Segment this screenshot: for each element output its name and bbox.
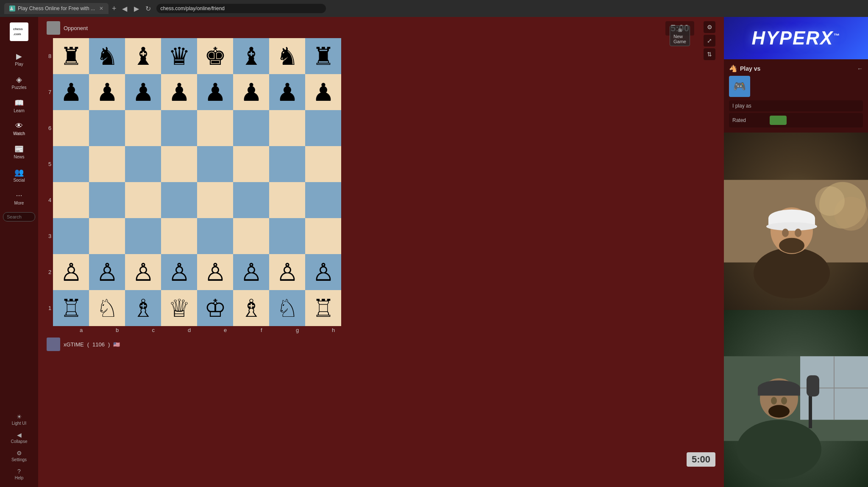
cell-0-5[interactable]: ♝ — [233, 38, 269, 74]
new-tab-button[interactable]: + — [112, 4, 117, 13]
collapse-button[interactable]: ◀ Collapse — [2, 429, 36, 446]
cell-4-7[interactable] — [305, 182, 341, 218]
cell-6-7[interactable]: ♙ — [305, 254, 341, 290]
cell-6-2[interactable]: ♙ — [125, 254, 161, 290]
cell-5-0[interactable] — [53, 218, 89, 254]
cell-5-1[interactable] — [89, 218, 125, 254]
cell-0-1[interactable]: ♞ — [89, 38, 125, 74]
cell-5-5[interactable] — [233, 218, 269, 254]
cell-4-2[interactable] — [125, 182, 161, 218]
reload-button[interactable]: ↻ — [144, 5, 153, 13]
cell-0-2[interactable]: ♝ — [125, 38, 161, 74]
svg-rect-0 — [11, 24, 27, 39]
rated-toggle[interactable] — [770, 116, 787, 125]
sidebar-item-news[interactable]: 📰 News — [2, 141, 36, 163]
tab-close-button[interactable]: ✕ — [99, 6, 103, 11]
cell-1-5[interactable]: ♟ — [233, 74, 269, 110]
sidebar-item-puzzles[interactable]: ◈ Puzzles — [2, 72, 36, 93]
board-flip-button[interactable]: ⇅ — [704, 48, 715, 60]
address-bar[interactable]: chess.com/play/online/friend — [156, 4, 326, 13]
board-settings-button[interactable]: ⚙ — [704, 21, 715, 33]
cell-1-6[interactable]: ♟ — [269, 74, 305, 110]
cell-1-2[interactable]: ♟ — [125, 74, 161, 110]
cell-5-6[interactable] — [269, 218, 305, 254]
person1-video — [724, 133, 868, 310]
cell-1-0[interactable]: ♟ — [53, 74, 89, 110]
cell-5-3[interactable] — [161, 218, 197, 254]
sidebar-item-play[interactable]: ▶ Play — [2, 48, 36, 70]
sidebar-item-learn[interactable]: 📖 Learn — [2, 95, 36, 116]
cell-1-7[interactable]: ♟ — [305, 74, 341, 110]
settings-button[interactable]: ⚙ Settings — [2, 447, 36, 465]
cell-0-7[interactable]: ♜ — [305, 38, 341, 74]
cell-4-4[interactable] — [197, 182, 233, 218]
forward-button[interactable]: ▶ — [132, 5, 141, 13]
cell-0-3[interactable]: ♛ — [161, 38, 197, 74]
cell-7-5[interactable]: ♗ — [233, 290, 269, 326]
cell-4-5[interactable] — [233, 182, 269, 218]
cell-6-3[interactable]: ♙ — [161, 254, 197, 290]
browser-tab[interactable]: ♟ Play Chess Online for Free with ... ✕ — [4, 3, 108, 14]
help-button[interactable]: ? Help — [2, 465, 36, 483]
cell-3-3[interactable] — [161, 146, 197, 182]
cell-0-4[interactable]: ♚ — [197, 38, 233, 74]
cell-3-0[interactable] — [53, 146, 89, 182]
cell-2-3[interactable] — [161, 110, 197, 146]
cell-7-6[interactable]: ♘ — [269, 290, 305, 326]
cell-3-4[interactable] — [197, 146, 233, 182]
cell-2-5[interactable] — [233, 110, 269, 146]
cell-6-6[interactable]: ♙ — [269, 254, 305, 290]
cell-6-5[interactable]: ♙ — [233, 254, 269, 290]
player-rating: ( — [87, 341, 89, 348]
cell-3-2[interactable] — [125, 146, 161, 182]
cell-1-4[interactable]: ♟ — [197, 74, 233, 110]
new-game-button[interactable]: ⊞ New Game — [670, 25, 690, 46]
back-button[interactable]: ◀ — [120, 5, 129, 13]
play-vs-section: 🐴 Play vs ← 🎮 I play as Rated — [724, 59, 868, 133]
cell-4-0[interactable] — [53, 182, 89, 218]
chess-board[interactable]: ♜♞♝♛♚♝♞♜♟♟♟♟♟♟♟♟♙♙♙♙♙♙♙♙♖♘♗♕♔♗♘♖ — [53, 38, 341, 326]
cell-2-0[interactable] — [53, 110, 89, 146]
cell-2-1[interactable] — [89, 110, 125, 146]
cell-7-0[interactable]: ♖ — [53, 290, 89, 326]
cell-4-3[interactable] — [161, 182, 197, 218]
cell-2-7[interactable] — [305, 110, 341, 146]
main-layout: chess .com ▶ Play ◈ Puzzles 📖 Learn 👁 Wa… — [0, 17, 868, 487]
sidebar-item-watch[interactable]: 👁 Watch — [2, 118, 36, 139]
cell-7-2[interactable]: ♗ — [125, 290, 161, 326]
light-ui-button[interactable]: ☀ Light UI — [2, 411, 36, 428]
svg-point-7 — [754, 248, 830, 299]
cell-4-1[interactable] — [89, 182, 125, 218]
cell-2-6[interactable] — [269, 110, 305, 146]
cell-3-6[interactable] — [269, 146, 305, 182]
cell-3-5[interactable] — [233, 146, 269, 182]
cell-6-4[interactable]: ♙ — [197, 254, 233, 290]
cell-5-2[interactable] — [125, 218, 161, 254]
cell-1-3[interactable]: ♟ — [161, 74, 197, 110]
cell-6-0[interactable]: ♙ — [53, 254, 89, 290]
board-expand-button[interactable]: ⤢ — [704, 35, 715, 47]
back-arrow[interactable]: ← — [857, 65, 863, 72]
cell-6-1[interactable]: ♙ — [89, 254, 125, 290]
cell-0-0[interactable]: ♜ — [53, 38, 89, 74]
row-label-3: 3 — [48, 218, 51, 254]
cell-7-4[interactable]: ♔ — [197, 290, 233, 326]
svg-point-13 — [795, 229, 801, 237]
cell-0-6[interactable]: ♞ — [269, 38, 305, 74]
cell-5-7[interactable] — [305, 218, 341, 254]
cell-4-6[interactable] — [269, 182, 305, 218]
cell-3-1[interactable] — [89, 146, 125, 182]
cell-7-7[interactable]: ♖ — [305, 290, 341, 326]
sidebar-item-more[interactable]: ··· More — [2, 188, 36, 209]
sidebar-item-social[interactable]: 👥 Social — [2, 164, 36, 186]
cell-5-4[interactable] — [197, 218, 233, 254]
cell-7-3[interactable]: ♕ — [161, 290, 197, 326]
cell-3-7[interactable] — [305, 146, 341, 182]
cell-1-1[interactable]: ♟ — [89, 74, 125, 110]
learn-icon: 📖 — [14, 98, 24, 108]
cell-7-1[interactable]: ♘ — [89, 290, 125, 326]
cell-2-4[interactable] — [197, 110, 233, 146]
search-input[interactable] — [3, 212, 35, 221]
sidebar-learn-label: Learn — [14, 108, 25, 113]
cell-2-2[interactable] — [125, 110, 161, 146]
